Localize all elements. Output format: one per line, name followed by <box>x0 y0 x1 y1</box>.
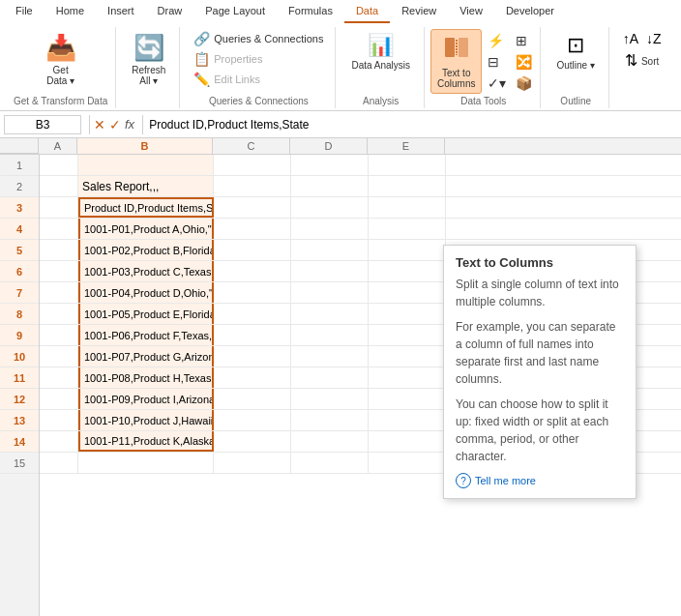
col-header-e[interactable]: E <box>368 138 445 154</box>
cell-b10[interactable]: 1001-P07,Product G,Arizona,"$3,410 " <box>78 346 214 367</box>
confirm-formula-icon[interactable]: ✓ <box>109 117 121 132</box>
row-num-6[interactable]: 6 <box>0 261 39 282</box>
cell-c7[interactable] <box>214 282 291 303</box>
cell-b15[interactable] <box>78 453 214 473</box>
cell-a1[interactable] <box>40 155 78 175</box>
formula-input[interactable] <box>147 116 677 133</box>
cell-b14[interactable]: 1001-P11,Product K,Alaska,"$6,000 " <box>78 431 214 452</box>
row-num-3[interactable]: 3 <box>0 197 39 219</box>
cell-c10[interactable] <box>214 346 291 367</box>
cancel-formula-icon[interactable]: ✕ <box>94 117 105 132</box>
cell-e12[interactable] <box>369 389 446 409</box>
cell-d9[interactable] <box>291 325 369 345</box>
tab-file[interactable]: File <box>4 0 44 23</box>
consolidate-button[interactable]: ⊞ <box>512 31 536 50</box>
cell-a3[interactable] <box>40 197 78 218</box>
cell-d8[interactable] <box>291 304 369 324</box>
row-num-8[interactable]: 8 <box>0 304 39 325</box>
cell-c3[interactable] <box>214 197 291 218</box>
cell-b8[interactable]: 1001-P05,Product E,Florida,"$2,863 " <box>78 304 214 324</box>
tab-developer[interactable]: Developer <box>494 0 566 23</box>
cell-a12[interactable] <box>40 389 78 409</box>
cell-e14[interactable] <box>369 431 446 452</box>
outline-button[interactable]: ⊡ Outline ▾ <box>550 29 600 74</box>
sort-za-button[interactable]: ↓Z <box>643 29 665 48</box>
cell-e3[interactable] <box>369 197 446 218</box>
insert-function-icon[interactable]: fx <box>125 117 134 132</box>
cell-c1[interactable] <box>214 155 291 175</box>
cell-a6[interactable] <box>40 261 78 281</box>
tab-formulas[interactable]: Formulas <box>277 0 344 23</box>
cell-reference-input[interactable] <box>4 115 81 134</box>
cell-b9[interactable]: 1001-P06,Product F,Texas,"$1,822 " <box>78 325 214 345</box>
cell-d11[interactable] <box>291 367 369 388</box>
cell-b13[interactable]: 1001-P10,Product J,Hawaii,"$5,000 " <box>78 410 214 430</box>
row-num-10[interactable]: 10 <box>0 346 39 367</box>
row-num-7[interactable]: 7 <box>0 282 39 304</box>
data-analysis-button[interactable]: 📊 Data Analysis <box>345 29 416 74</box>
cell-b4[interactable]: 1001-P01,Product A,Ohio,"$2,210 " <box>78 219 214 239</box>
cell-e4[interactable] <box>369 219 446 239</box>
cell-e9[interactable] <box>369 325 446 345</box>
properties-button[interactable]: 📋 Properties <box>190 49 266 69</box>
cell-d12[interactable] <box>291 389 369 409</box>
cell-d14[interactable] <box>291 431 369 452</box>
cell-c15[interactable] <box>214 453 291 473</box>
row-num-13[interactable]: 13 <box>0 410 39 431</box>
cell-d1[interactable] <box>291 155 369 175</box>
tab-insert[interactable]: Insert <box>96 0 146 23</box>
row-num-11[interactable]: 11 <box>0 367 39 389</box>
row-num-12[interactable]: 12 <box>0 389 39 410</box>
cell-a14[interactable] <box>40 431 78 452</box>
cell-b1[interactable] <box>78 155 214 175</box>
cell-c8[interactable] <box>214 304 291 324</box>
refresh-all-button[interactable]: 🔄 RefreshAll ▾ <box>126 29 171 90</box>
get-data-button[interactable]: 📥 GetData ▾ <box>36 29 86 90</box>
cell-b5[interactable]: 1001-P02,Product B,Florida,"$3,709 " <box>78 240 214 260</box>
cell-c13[interactable] <box>214 410 291 430</box>
cell-d5[interactable] <box>291 240 369 260</box>
cell-d3[interactable] <box>291 197 369 218</box>
cell-c12[interactable] <box>214 389 291 409</box>
sort-button[interactable]: ⇅ Sort <box>619 49 665 72</box>
tab-draw[interactable]: Draw <box>146 0 194 23</box>
col-header-d[interactable]: D <box>290 138 368 154</box>
cell-a5[interactable] <box>40 240 78 260</box>
col-header-c[interactable]: C <box>213 138 290 154</box>
cell-a7[interactable] <box>40 282 78 303</box>
cell-d10[interactable] <box>291 346 369 367</box>
cell-a2[interactable] <box>40 176 78 196</box>
cell-d6[interactable] <box>291 261 369 281</box>
cell-c6[interactable] <box>214 261 291 281</box>
cell-e2[interactable] <box>369 176 446 196</box>
cell-e5[interactable] <box>369 240 446 260</box>
cell-a10[interactable] <box>40 346 78 367</box>
tab-page-layout[interactable]: Page Layout <box>193 0 277 23</box>
cell-c5[interactable] <box>214 240 291 260</box>
tab-data[interactable]: Data <box>344 0 390 23</box>
edit-links-button[interactable]: ✏️ Edit Links <box>190 70 264 89</box>
sort-az-button[interactable]: ↑A <box>620 29 641 48</box>
cell-e10[interactable] <box>369 346 446 367</box>
col-header-a[interactable]: A <box>39 138 77 154</box>
cell-e11[interactable] <box>369 367 446 388</box>
queries-connections-button[interactable]: 🔗 Queries & Connections <box>190 29 327 48</box>
cell-d15[interactable] <box>291 453 369 473</box>
cell-c11[interactable] <box>214 367 291 388</box>
row-num-1[interactable]: 1 <box>0 155 39 176</box>
row-num-9[interactable]: 9 <box>0 325 39 346</box>
cell-a11[interactable] <box>40 367 78 388</box>
cell-d7[interactable] <box>291 282 369 303</box>
cell-b12[interactable]: 1001-P09,Product I,Arizona,"$1,790 " <box>78 389 214 409</box>
cell-b6[interactable]: 1001-P03,Product C,Texas,"$5,175 " <box>78 261 214 281</box>
cell-d4[interactable] <box>291 219 369 239</box>
cell-b11[interactable]: 1001-P08,Product H,Texas,"$4,800 " <box>78 367 214 388</box>
cell-c9[interactable] <box>214 325 291 345</box>
flash-fill-button[interactable]: ⚡ <box>484 31 510 50</box>
col-header-b[interactable]: B <box>77 138 213 154</box>
cell-c2[interactable] <box>214 176 291 196</box>
row-num-4[interactable]: 4 <box>0 219 39 240</box>
cell-e7[interactable] <box>369 282 446 303</box>
row-num-2[interactable]: 2 <box>0 176 39 197</box>
row-num-5[interactable]: 5 <box>0 240 39 261</box>
